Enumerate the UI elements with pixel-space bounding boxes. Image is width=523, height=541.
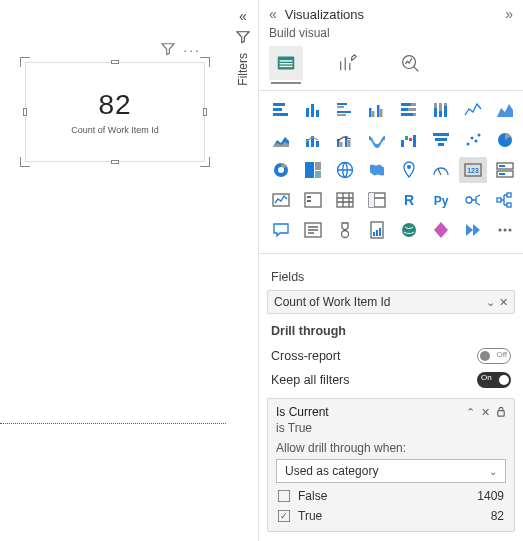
viz-gauge[interactable] [427, 157, 455, 183]
format-visual-tab[interactable] [331, 46, 365, 80]
svg-rect-62 [499, 173, 505, 175]
viz-goals[interactable] [331, 217, 359, 243]
collapse-filter-icon[interactable]: ⌃ [466, 406, 475, 419]
svg-point-45 [467, 143, 470, 146]
field-name: Count of Work Item Id [274, 295, 482, 309]
viz-azure-map[interactable] [395, 157, 423, 183]
viz-stacked-column[interactable] [299, 97, 327, 123]
svg-rect-35 [340, 142, 343, 147]
viz-donut[interactable] [267, 157, 295, 183]
collapse-pane-icon[interactable]: « [269, 6, 277, 22]
svg-rect-61 [499, 165, 505, 167]
viz-stacked-bar[interactable] [267, 97, 295, 123]
resize-handle[interactable] [200, 157, 210, 167]
viz-treemap[interactable] [299, 157, 327, 183]
svg-rect-11 [337, 103, 347, 105]
viz-matrix[interactable] [363, 187, 391, 213]
svg-rect-7 [273, 113, 288, 116]
viz-line-stacked-column[interactable] [299, 127, 327, 153]
resize-handle[interactable] [203, 108, 207, 116]
resize-handle[interactable] [23, 108, 27, 116]
svg-rect-30 [444, 103, 447, 106]
viz-100-stacked-bar[interactable] [395, 97, 423, 123]
viz-decomposition-tree[interactable] [491, 187, 519, 213]
cross-report-toggle[interactable]: Off [477, 348, 511, 364]
viz-slicer[interactable] [299, 187, 327, 213]
viz-power-automate[interactable] [459, 217, 487, 243]
visual-more-icon[interactable]: ··· [183, 42, 201, 59]
drillthrough-filter-card: Is Current ⌃ ✕ is True Allow drill throu… [267, 398, 515, 532]
lock-icon[interactable] [496, 406, 506, 419]
resize-handle[interactable] [20, 157, 30, 167]
analytics-tab[interactable] [393, 46, 427, 80]
viz-waterfall[interactable] [395, 127, 423, 153]
filter-option-row[interactable]: False 1409 [276, 489, 506, 503]
viz-key-influencers[interactable] [459, 187, 487, 213]
filter-summary: is True [276, 421, 506, 435]
expand-filters-icon[interactable]: « [239, 8, 247, 24]
remove-field-icon[interactable]: ✕ [499, 296, 508, 309]
svg-rect-17 [377, 105, 380, 117]
viz-table[interactable] [331, 187, 359, 213]
svg-point-46 [471, 137, 474, 140]
chevron-down-icon[interactable]: ⌄ [486, 296, 495, 309]
checkbox-unchecked[interactable] [278, 490, 290, 502]
viz-arcgis[interactable] [395, 217, 423, 243]
svg-point-51 [278, 167, 284, 173]
resize-handle[interactable] [20, 57, 30, 67]
funnel-icon [236, 30, 250, 47]
viz-line[interactable] [459, 97, 487, 123]
checkbox-checked[interactable]: ✓ [278, 510, 290, 522]
viz-kpi[interactable] [267, 187, 295, 213]
filter-help: Allow drill through when: [276, 441, 506, 455]
build-visual-tab[interactable] [269, 46, 303, 80]
svg-rect-53 [315, 162, 321, 170]
viz-get-more[interactable] [491, 217, 519, 243]
viz-clustered-bar[interactable] [331, 97, 359, 123]
viz-paginated-report[interactable] [363, 217, 391, 243]
viz-filled-map[interactable] [363, 157, 391, 183]
viz-funnel[interactable] [427, 127, 455, 153]
viz-map[interactable] [331, 157, 359, 183]
field-well-item[interactable]: Count of Work Item Id ⌄ ✕ [267, 290, 515, 314]
viz-card[interactable]: 123 [459, 157, 487, 183]
viz-r-script[interactable]: R [395, 187, 423, 213]
viz-stacked-area[interactable] [267, 127, 295, 153]
svg-rect-43 [435, 138, 447, 141]
viz-multi-row-card[interactable] [491, 157, 519, 183]
resize-handle[interactable] [111, 160, 119, 164]
viz-python[interactable]: Py [427, 187, 455, 213]
viz-pie[interactable] [491, 127, 519, 153]
svg-rect-81 [379, 228, 381, 236]
viz-line-clustered-column[interactable] [331, 127, 359, 153]
svg-point-77 [342, 231, 349, 238]
filters-pane-collapsed[interactable]: « Filters [232, 8, 254, 86]
viz-100-stacked-column[interactable] [427, 97, 455, 123]
svg-rect-67 [337, 193, 353, 207]
svg-rect-22 [408, 108, 416, 111]
resize-handle[interactable] [111, 60, 119, 64]
drillthrough-section-label: Drill through [259, 314, 523, 344]
filter-option-row[interactable]: ✓ True 82 [276, 509, 506, 523]
fields-section-label: Fields [259, 260, 523, 290]
resize-handle[interactable] [200, 57, 210, 67]
remove-filter-icon[interactable]: ✕ [481, 406, 490, 419]
viz-clustered-column[interactable] [363, 97, 391, 123]
cross-report-label: Cross-report [271, 349, 340, 363]
viz-smart-narrative[interactable] [299, 217, 327, 243]
svg-rect-2 [280, 63, 293, 64]
expand-pane-icon[interactable]: » [505, 6, 513, 22]
keep-filters-toggle[interactable]: On [477, 372, 511, 388]
svg-rect-1 [280, 60, 293, 61]
viz-power-apps[interactable] [427, 217, 455, 243]
viz-area[interactable] [491, 97, 519, 123]
card-visual[interactable]: 82 Count of Work Item Id [25, 62, 205, 162]
svg-rect-28 [439, 103, 442, 111]
viz-scatter[interactable] [459, 127, 487, 153]
svg-rect-9 [311, 104, 314, 117]
visual-filter-icon[interactable] [161, 42, 175, 59]
drillthrough-mode-select[interactable]: Used as category ⌄ [276, 459, 506, 483]
report-canvas[interactable]: ··· 82 Count of Work Item Id [0, 0, 226, 541]
viz-ribbon[interactable] [363, 127, 391, 153]
viz-qna[interactable] [267, 217, 295, 243]
